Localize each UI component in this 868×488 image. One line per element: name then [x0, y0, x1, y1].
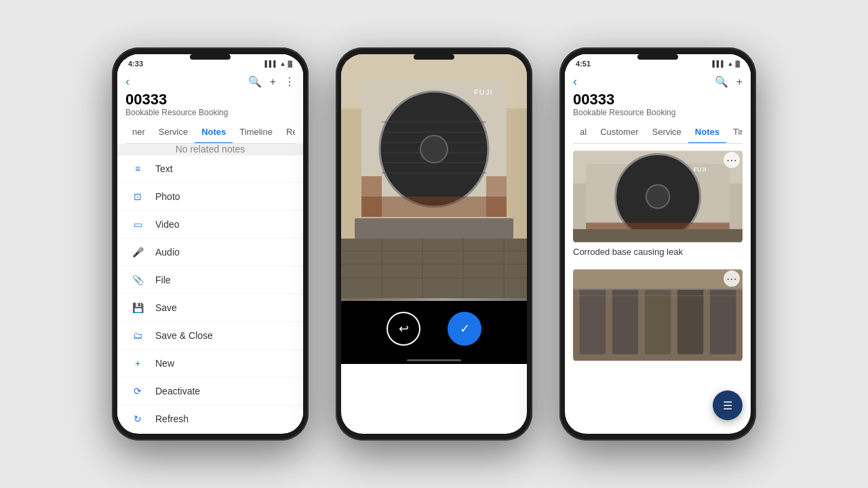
svg-rect-41: [573, 270, 743, 361]
svg-rect-29: [586, 223, 730, 230]
tab-related[interactable]: Related: [279, 121, 295, 144]
phone-2: FUJI: [336, 47, 532, 441]
booking-subtitle: Bookable Resource Booking: [125, 108, 295, 117]
wifi-icon-3: ▲: [728, 60, 734, 67]
menu-item-refresh[interactable]: ↻ Refresh: [117, 405, 303, 433]
back-button-3[interactable]: ‹: [573, 75, 577, 89]
svg-rect-16: [341, 239, 527, 298]
no-notes-text: No related notes: [176, 144, 245, 155]
refresh-icon: ↻: [131, 412, 144, 426]
menu-item-file[interactable]: 📎 File: [117, 266, 303, 294]
svg-rect-30: [573, 229, 743, 242]
wifi-icon: ▲: [280, 60, 286, 67]
menu-label-refresh: Refresh: [155, 413, 189, 424]
phone-1-header-top: ‹ 🔍 + ⋮: [125, 75, 295, 89]
svg-rect-15: [355, 218, 513, 239]
camera-controls: ↩ ✓: [341, 301, 527, 357]
phone-2-notch: [414, 54, 454, 60]
header-actions: 🔍 + ⋮: [248, 75, 295, 88]
menu-label-text: Text: [155, 163, 173, 174]
tab-timeline-3[interactable]: Timeline: [726, 121, 743, 144]
booking-subtitle-3: Bookable Resource Booking: [573, 108, 743, 117]
phone-2-screen: FUJI: [341, 54, 527, 434]
phone-1-notch: [190, 54, 231, 60]
battery-icon-3: ▓: [735, 60, 740, 67]
phone-1-screen: 4:33 ▌▌▌ ▲ ▓ ‹ 🔍 +: [117, 54, 303, 434]
booking-title: 00333: [125, 92, 295, 108]
menu-item-save[interactable]: 💾 Save: [117, 294, 303, 322]
notes-empty-area: No related notes: [117, 144, 303, 155]
menu-item-text[interactable]: ≡ Text: [117, 155, 303, 183]
header-actions-3: 🔍 +: [715, 75, 743, 88]
menu-item-deactivate[interactable]: ⟳ Deactivate: [117, 378, 303, 405]
camera-confirm-button[interactable]: ✓: [448, 312, 481, 346]
tab-service[interactable]: Service: [152, 121, 195, 144]
note-1-menu-button[interactable]: ⋯: [724, 152, 740, 168]
notes-list: FUJI ⋯ Corroded base causing leak: [565, 144, 751, 382]
search-icon[interactable]: 🔍: [248, 75, 262, 88]
camera-view: FUJI: [341, 54, 527, 301]
camera-back-button[interactable]: ↩: [387, 312, 420, 346]
ac-photo-svg: FUJI: [341, 54, 527, 298]
photo-icon: ⊡: [131, 190, 144, 203]
search-icon-3[interactable]: 🔍: [715, 75, 728, 88]
note-item-2: ⋯: [573, 268, 743, 368]
file-icon: 📎: [131, 273, 144, 287]
note-2-menu-button[interactable]: ⋯: [724, 270, 740, 287]
note-image-1: FUJI ⋯: [573, 149, 743, 244]
battery-icon: ▓: [288, 60, 292, 67]
menu-item-save-close[interactable]: 🗂 Save & Close: [117, 322, 303, 350]
menu-item-new[interactable]: + New: [117, 350, 303, 378]
home-bar: [407, 359, 461, 361]
menu-item-video[interactable]: ▭ Video: [117, 211, 303, 239]
tab-service-3[interactable]: Service: [645, 121, 688, 144]
menu-label-deactivate: Deactivate: [155, 386, 200, 396]
menu-label-video: Video: [155, 219, 180, 230]
add-icon[interactable]: +: [270, 76, 276, 88]
tab-general[interactable]: ner: [125, 121, 152, 144]
phone-1-tab-bar: ner Service Notes Timeline Related: [125, 121, 295, 144]
menu-label-photo: Photo: [155, 191, 180, 202]
save-icon: 💾: [131, 301, 144, 314]
note-2-svg: [573, 268, 743, 363]
camera-confirm-icon: ✓: [460, 321, 470, 336]
menu-label-save-close: Save & Close: [155, 330, 213, 341]
save-close-icon: 🗂: [131, 329, 144, 342]
phone-3-screen: 4:51 ▌▌▌ ▲ ▓ ‹ 🔍 +: [565, 54, 751, 434]
signal-icon-3: ▌▌▌: [712, 60, 725, 67]
menu-label-audio: Audio: [155, 247, 180, 258]
phone-2-content: FUJI: [341, 54, 527, 364]
menu-label-new: New: [155, 358, 174, 369]
tab-notes-3[interactable]: Notes: [688, 121, 726, 144]
note-2-caption: [573, 363, 743, 368]
menu-item-photo[interactable]: ⊡ Photo: [117, 183, 303, 211]
note-item-1: FUJI ⋯ Corroded base causing leak: [573, 149, 743, 260]
camera-image: FUJI: [341, 54, 527, 301]
note-1-caption: Corroded base causing leak: [573, 244, 743, 260]
svg-text:FUJI: FUJI: [474, 88, 493, 96]
phone-3-time: 4:51: [576, 60, 591, 68]
phone-3-tab-bar: al Customer Service Notes Timeline: [573, 121, 743, 144]
signal-icon: ▌▌▌: [264, 60, 277, 67]
tab-timeline[interactable]: Timeline: [233, 121, 279, 144]
tab-customer-3[interactable]: Customer: [593, 121, 645, 144]
more-icon[interactable]: ⋮: [284, 75, 295, 88]
menu-item-audio[interactable]: 🎤 Audio: [117, 239, 303, 266]
phone-3-header-top: ‹ 🔍 +: [573, 75, 743, 89]
phone-1: 4:33 ▌▌▌ ▲ ▓ ‹ 🔍 +: [112, 47, 309, 441]
add-icon-3[interactable]: +: [736, 76, 743, 88]
home-indicator-area: [341, 357, 527, 364]
phone-1-content: 4:33 ▌▌▌ ▲ ▓ ‹ 🔍 +: [117, 54, 303, 433]
menu-label-save: Save: [155, 302, 177, 313]
phone-3-status-icons: ▌▌▌ ▲ ▓: [712, 60, 740, 67]
tab-notes[interactable]: Notes: [195, 121, 233, 144]
phone-3: 4:51 ▌▌▌ ▲ ▓ ‹ 🔍 +: [559, 47, 756, 441]
fab-button[interactable]: ☰: [713, 390, 743, 420]
booking-title-3: 00333: [573, 92, 743, 108]
tab-general-3[interactable]: al: [573, 121, 593, 144]
video-icon: ▭: [131, 218, 144, 231]
scene: 4:33 ▌▌▌ ▲ ▓ ‹ 🔍 +: [0, 0, 868, 488]
svg-point-12: [420, 136, 448, 163]
back-button[interactable]: ‹: [125, 75, 130, 89]
phone-1-time: 4:33: [128, 60, 143, 68]
